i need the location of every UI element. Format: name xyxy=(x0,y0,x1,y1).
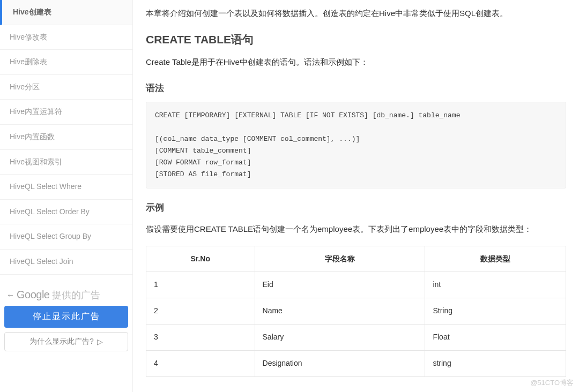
table-row: 3 Salary Float xyxy=(146,324,566,350)
sidebar-item-views-indexes[interactable]: Hive视图和索引 xyxy=(0,150,132,175)
sidebar-item-label: HiveQL Select Group By xyxy=(10,232,91,240)
cell-type: string xyxy=(425,350,566,376)
sidebar-item-label: HiveQL Select Where xyxy=(10,182,81,191)
sidebar-item-label: Hive分区 xyxy=(10,82,40,91)
table-row: 1 Eid int xyxy=(146,272,566,298)
why-ad-label: 为什么显示此广告? xyxy=(29,337,94,346)
employee-fields-table: Sr.No 字段名称 数据类型 1 Eid int 2 Name String … xyxy=(146,246,566,377)
sidebar-item-alter-table[interactable]: Hive修改表 xyxy=(0,25,132,50)
sidebar-item-partition[interactable]: Hive分区 xyxy=(0,75,132,100)
create-desc: Create Table是用于在Hive中创建表的语句。语法和示例如下： xyxy=(146,55,566,69)
sidebar-item-select-join[interactable]: HiveQL Select Join xyxy=(0,250,132,275)
sidebar-item-select-groupby[interactable]: HiveQL Select Group By xyxy=(0,224,132,250)
ad-provided-label: 提供的广告 xyxy=(52,289,100,301)
sidebar-item-select-orderby[interactable]: HiveQL Select Order By xyxy=(0,200,132,225)
sidebar-item-label: Hive视图和索引 xyxy=(10,157,62,166)
intro-paragraph: 本章将介绍如何创建一个表以及如何将数据插入。创造表的约定在Hive中非常类似于使… xyxy=(146,6,566,20)
sidebar-item-operators[interactable]: Hive内置运算符 xyxy=(0,100,132,125)
cell-srno: 3 xyxy=(146,324,255,350)
stop-ad-button[interactable]: 停止显示此广告 xyxy=(4,306,128,328)
sidebar-item-label: Hive内置函数 xyxy=(10,132,55,141)
adchoices-icon: ▷ xyxy=(97,337,103,346)
sidebar-item-create-table[interactable]: Hive创建表 xyxy=(0,0,132,25)
sidebar-item-drop-table[interactable]: Hive删除表 xyxy=(0,50,132,75)
cell-field: Name xyxy=(255,298,425,325)
sidebar-item-label: Hive删除表 xyxy=(10,57,47,66)
cell-field: Salary xyxy=(255,324,425,350)
th-datatype: 数据类型 xyxy=(425,246,566,272)
cell-field: Designation xyxy=(255,350,425,376)
stop-ad-label: 停止显示此广告 xyxy=(33,312,100,321)
sidebar: Hive创建表 Hive修改表 Hive删除表 Hive分区 Hive内置运算符… xyxy=(0,0,133,392)
watermark: @51CTO博客 xyxy=(530,378,574,388)
cell-type: String xyxy=(425,298,566,325)
table-header-row: Sr.No 字段名称 数据类型 xyxy=(146,246,566,272)
sidebar-item-label: HiveQL Select Order By xyxy=(10,207,90,216)
cell-srno: 2 xyxy=(146,298,255,325)
article-content: 本章将介绍如何创建一个表以及如何将数据插入。创造表的约定在Hive中非常类似于使… xyxy=(133,0,579,392)
th-srno: Sr.No xyxy=(146,246,255,272)
sidebar-item-label: Hive修改表 xyxy=(10,33,47,41)
cell-srno: 1 xyxy=(146,272,255,298)
syntax-code-block: CREATE [TEMPORARY] [EXTERNAL] TABLE [IF … xyxy=(146,102,566,189)
sidebar-item-label: Hive创建表 xyxy=(13,7,51,16)
ad-header: ← Google 提供的广告 xyxy=(4,288,128,306)
why-ad-button[interactable]: 为什么显示此广告? ▷ xyxy=(4,332,128,351)
heading-syntax: 语法 xyxy=(146,81,566,96)
cell-srno: 4 xyxy=(146,350,255,376)
back-arrow-icon[interactable]: ← xyxy=(6,290,14,299)
heading-create-table: CREATE TABLE语句 xyxy=(146,30,566,49)
th-fieldname: 字段名称 xyxy=(255,246,425,272)
cell-type: int xyxy=(425,272,566,298)
heading-example: 示例 xyxy=(146,200,566,216)
table-row: 2 Name String xyxy=(146,298,566,325)
sidebar-nav: Hive创建表 Hive修改表 Hive删除表 Hive分区 Hive内置运算符… xyxy=(0,0,132,275)
cell-type: Float xyxy=(425,324,566,350)
sidebar-item-select-where[interactable]: HiveQL Select Where xyxy=(0,175,132,200)
ad-box: ← Google 提供的广告 停止显示此广告 为什么显示此广告? ▷ xyxy=(4,284,128,351)
cell-field: Eid xyxy=(255,272,425,298)
table-row: 4 Designation string xyxy=(146,350,566,376)
sidebar-item-functions[interactable]: Hive内置函数 xyxy=(0,125,132,150)
sidebar-item-label: Hive内置运算符 xyxy=(10,107,62,116)
page-layout: Hive创建表 Hive修改表 Hive删除表 Hive分区 Hive内置运算符… xyxy=(0,0,579,392)
google-logo-text: Google xyxy=(17,289,50,301)
example-desc: 假设需要使用CREATE TABLE语句创建一个名为employee表。下表列出… xyxy=(146,222,566,236)
sidebar-item-label: HiveQL Select Join xyxy=(10,257,73,266)
